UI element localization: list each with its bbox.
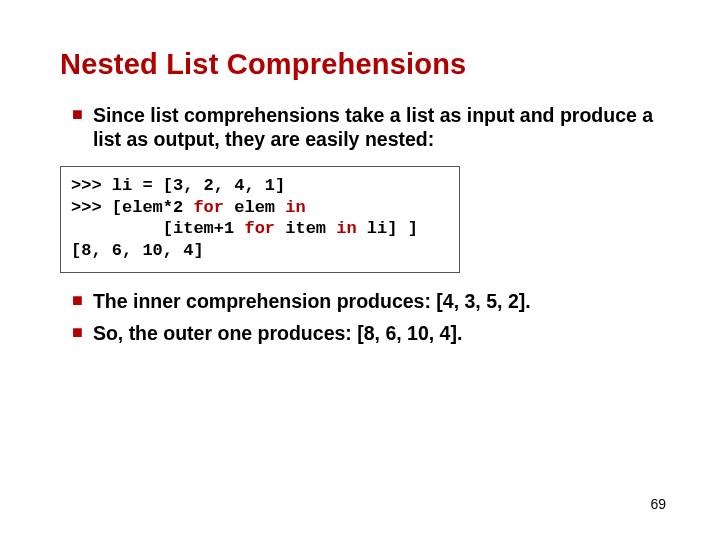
- code-kw-in: in: [285, 198, 305, 217]
- bullet-item: ■ The inner comprehension produces: [4, …: [72, 289, 660, 313]
- code-line-3a: [item+1: [71, 219, 244, 238]
- slide-title: Nested List Comprehensions: [60, 48, 660, 81]
- code-kw-in: in: [336, 219, 356, 238]
- code-line-2c: elem: [224, 198, 285, 217]
- bullet-item: ■ So, the outer one produces: [8, 6, 10,…: [72, 321, 660, 345]
- bullet-marker: ■: [72, 321, 83, 343]
- bullet-item: ■ Since list comprehensions take a list …: [72, 103, 660, 152]
- code-line-3c: item: [275, 219, 336, 238]
- bullets-bottom: ■ The inner comprehension produces: [4, …: [72, 289, 660, 346]
- bullet-marker: ■: [72, 103, 83, 125]
- bullet-text: The inner comprehension produces: [4, 3,…: [93, 289, 531, 313]
- code-line-4: [8, 6, 10, 4]: [71, 241, 204, 260]
- code-line-2a: >>> [elem*2: [71, 198, 193, 217]
- code-kw-for: for: [193, 198, 224, 217]
- bullets-top: ■ Since list comprehensions take a list …: [72, 103, 660, 152]
- bullet-text: So, the outer one produces: [8, 6, 10, 4…: [93, 321, 463, 345]
- code-line-3e: li] ]: [357, 219, 418, 238]
- code-block: >>> li = [3, 2, 4, 1] >>> [elem*2 for el…: [71, 175, 449, 262]
- slide: Nested List Comprehensions ■ Since list …: [0, 0, 720, 540]
- bullet-text: Since list comprehensions take a list as…: [93, 103, 660, 152]
- code-line-1: >>> li = [3, 2, 4, 1]: [71, 176, 285, 195]
- code-box: >>> li = [3, 2, 4, 1] >>> [elem*2 for el…: [60, 166, 460, 273]
- bullet-marker: ■: [72, 289, 83, 311]
- code-kw-for: for: [244, 219, 275, 238]
- page-number: 69: [650, 496, 666, 512]
